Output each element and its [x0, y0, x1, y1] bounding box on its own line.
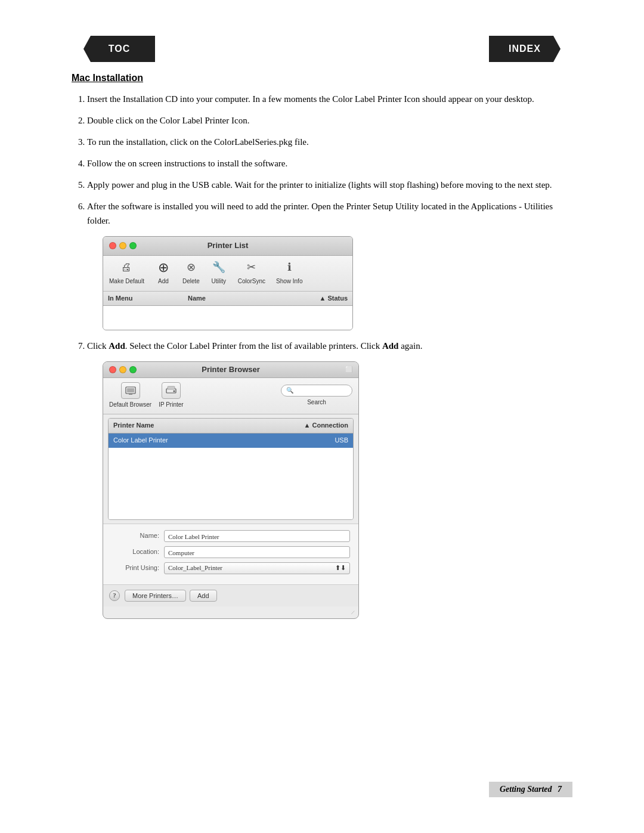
step-7-text: Click Add. Select the Color Label Printe… [87, 341, 422, 351]
printer-browser-titlebar: Printer Browser ⬜ [103, 362, 358, 378]
delete-label: Delete [182, 277, 200, 286]
page: TOC INDEX Mac Installation Insert the In… [0, 0, 644, 833]
toc-arrow-shape: TOC [83, 36, 155, 62]
col-in-menu: In Menu [108, 293, 188, 304]
footer-text: Getting Started [500, 785, 552, 794]
minimize-dot [119, 242, 126, 249]
step-5-text: Apply power and plug in the USB cable. W… [87, 180, 552, 190]
step-1-text: Insert the Installation CD into your com… [87, 94, 534, 104]
pb-col-connection: ▲ Connection [304, 420, 348, 431]
form-print-using-select[interactable]: Color_Label_Printer ⬆⬇ [164, 562, 350, 574]
show-info-label: Show Info [276, 277, 302, 286]
printer-list-titlebar: Printer List [103, 237, 352, 256]
form-name-label: Name: [112, 531, 159, 541]
toolbar-delete[interactable]: ⊗ Delete [182, 261, 200, 286]
nav-arrows: TOC INDEX [72, 36, 572, 62]
printer-browser-toolbar: Default Browser IP Printer 🔍 Search [103, 378, 358, 414]
printer-row-connection: USB [335, 435, 348, 446]
form-location-label: Location: [112, 547, 159, 558]
step-2-text: Double click on the Color Label Printer … [87, 116, 249, 125]
form-name-input[interactable]: Color Label Printer [164, 530, 350, 542]
search-label: Search [307, 398, 326, 407]
list-item: After the software is installed you will… [87, 199, 572, 330]
search-box[interactable]: 🔍 [281, 385, 352, 397]
printer-list-table-body [103, 306, 352, 330]
printer-table-empty [109, 448, 353, 519]
toolbar-add[interactable]: ⊕ Add [155, 261, 172, 286]
list-item: Apply power and plug in the USB cable. W… [87, 178, 572, 192]
utility-icon: 🔧 [210, 261, 227, 275]
pb-maximize-dot [129, 366, 137, 373]
make-default-label: Make Default [109, 277, 144, 286]
svg-rect-4 [168, 386, 175, 389]
toolbar-show-info[interactable]: ℹ Show Info [276, 261, 302, 286]
ip-printer-icon [162, 382, 181, 399]
add-icon: ⊕ [155, 261, 172, 275]
form-row-location: Location: Computer [112, 546, 350, 558]
ip-printer-btn[interactable]: IP Printer [159, 382, 184, 410]
form-print-using-label: Print Using: [112, 563, 159, 574]
footer-page: 7 [558, 785, 562, 794]
delete-icon: ⊗ [182, 261, 199, 275]
select-arrow-icon: ⬆⬇ [335, 563, 346, 574]
printer-list-title: Printer List [208, 240, 249, 252]
svg-rect-1 [127, 388, 134, 392]
steps-list: Insert the Installation CD into your com… [72, 92, 572, 619]
pb-resize-icon: ⬜ [345, 365, 352, 374]
form-row-print-using: Print Using: Color_Label_Printer ⬆⬇ [112, 562, 350, 574]
help-button[interactable]: ? [109, 590, 120, 601]
list-item: Insert the Installation CD into your com… [87, 92, 572, 106]
printer-browser-footer: ? More Printers… Add [103, 584, 358, 606]
ip-printer-label: IP Printer [159, 400, 184, 410]
search-area: 🔍 Search [281, 385, 352, 407]
printer-browser-title: Printer Browser [202, 364, 260, 376]
printer-list-screenshot: Printer List 🖨 Make Default ⊕ Add ⊗ Dele… [103, 236, 353, 330]
more-printers-button[interactable]: More Printers… [125, 590, 186, 602]
pb-close-dot [109, 366, 116, 373]
step-6-text: After the software is installed you will… [87, 202, 553, 225]
form-location-input[interactable]: Computer [164, 546, 350, 558]
make-default-icon: 🖨 [118, 261, 135, 275]
printer-form: Name: Color Label Printer Location: Comp… [103, 524, 358, 584]
list-item: Follow the on screen instructions to ins… [87, 156, 572, 171]
printer-row-selected[interactable]: Color Label Printer USB [109, 433, 353, 448]
window-controls [109, 242, 137, 249]
pb-table-header: Printer Name ▲ Connection [109, 419, 353, 433]
toc-label: TOC [109, 44, 130, 54]
index-arrow-shape: INDEX [489, 36, 561, 62]
default-browser-btn[interactable]: Default Browser [109, 382, 151, 410]
resize-handle: ⟋ [103, 606, 358, 618]
svg-point-5 [173, 391, 175, 392]
printer-name-table: Printer Name ▲ Connection Color Label Pr… [108, 418, 354, 519]
list-item: Double click on the Color Label Printer … [87, 113, 572, 128]
utility-label: Utility [212, 277, 226, 286]
page-footer: Getting Started 7 [489, 782, 572, 797]
default-browser-icon [121, 382, 140, 399]
printer-browser-screenshot: Printer Browser ⬜ Default Browser [103, 361, 359, 618]
add-printer-button[interactable]: Add [190, 590, 217, 602]
list-item: To run the installation, click on the Co… [87, 135, 572, 149]
step-3-text: To run the installation, click on the Co… [87, 137, 309, 147]
svg-rect-2 [129, 394, 132, 395]
printer-row-name: Color Label Printer [113, 435, 168, 446]
col-name: Name [188, 293, 268, 304]
pb-window-controls [109, 366, 137, 373]
index-nav[interactable]: INDEX [489, 36, 561, 62]
toolbar-make-default[interactable]: 🖨 Make Default [109, 261, 144, 286]
colorsync-icon: ✂ [243, 261, 260, 275]
toc-nav[interactable]: TOC [83, 36, 155, 62]
printer-list-table-header: In Menu Name ▲ Status [103, 292, 352, 306]
add-label: Add [158, 277, 169, 286]
list-item: Click Add. Select the Color Label Printe… [87, 339, 572, 618]
section-title: Mac Installation [72, 73, 572, 83]
colorsync-label: ColorSync [238, 277, 265, 286]
pb-minimize-dot [119, 366, 126, 373]
close-dot [109, 242, 116, 249]
default-browser-label: Default Browser [109, 400, 151, 410]
pb-col-name: Printer Name [113, 420, 154, 431]
printer-list-toolbar: 🖨 Make Default ⊕ Add ⊗ Delete 🔧 Utility [103, 256, 352, 292]
toolbar-utility[interactable]: 🔧 Utility [210, 261, 227, 286]
toolbar-colorsync[interactable]: ✂ ColorSync [238, 261, 265, 286]
index-label: INDEX [509, 44, 541, 54]
step-4-text: Follow the on screen instructions to ins… [87, 159, 287, 168]
